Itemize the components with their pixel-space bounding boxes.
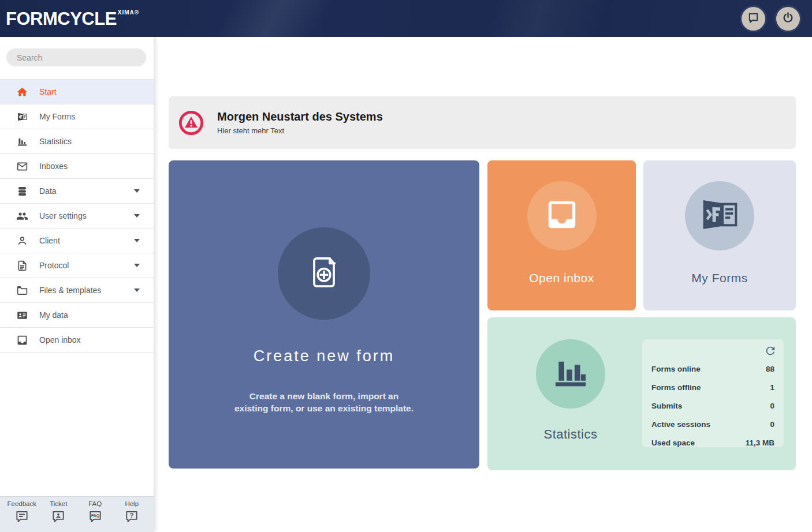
main-content: Morgen Neustart des Systems Hier steht m… (154, 37, 812, 532)
card-title: Statistics (501, 427, 640, 442)
card-description: Create a new blank form, import an exist… (232, 391, 416, 415)
sidebar-item-client[interactable]: Client (0, 228, 154, 253)
create-new-form-card[interactable]: Create new form Create a new blank form,… (169, 160, 479, 469)
footer-item-faq[interactable]: FAQ FAQ (78, 500, 113, 526)
sidebar-item-statistics[interactable]: Statistics (0, 129, 154, 154)
warning-icon (178, 110, 204, 136)
power-icon (781, 11, 795, 27)
bar-chart-icon (552, 354, 590, 394)
right-card-column: Open inbox (487, 160, 796, 470)
formcycle-logo: FORMCYCLEXIMA® (6, 10, 139, 28)
footer-label: Help (125, 500, 139, 507)
alert-body: Morgen Neustart des Systems Hier steht m… (217, 110, 383, 135)
footer-item-help[interactable]: Help ? (114, 500, 149, 526)
sidebar-item-my-data[interactable]: My data (0, 303, 154, 328)
card-title: Create new form (254, 347, 395, 365)
sidebar-menu: Start My Forms (0, 79, 154, 353)
svg-text:?: ? (130, 512, 134, 519)
bar-chart-icon (16, 136, 28, 148)
stat-value: 1 (770, 383, 774, 392)
sidebar-item-user-settings[interactable]: User settings (0, 204, 154, 228)
inbox-icon-circle (527, 181, 597, 250)
folder-icon (16, 284, 28, 297)
stat-value: 0 (770, 420, 774, 429)
database-icon (16, 185, 28, 197)
sidebar-item-label: Data (39, 186, 134, 196)
sidebar-item-my-forms[interactable]: My Forms (0, 104, 154, 129)
stat-row: Active sessions 0 (651, 415, 774, 433)
chevron-down-icon (134, 239, 140, 242)
stat-row: Submits 0 (651, 396, 774, 415)
formcycle-app: FORMCYCLEXIMA® (0, 0, 812, 532)
footer-label: Feedback (7, 500, 36, 507)
dashboard-cards: Create new form Create a new blank form,… (169, 160, 796, 470)
sidebar-item-files-templates[interactable]: Files & templates (0, 278, 154, 303)
search-wrap (6, 48, 146, 66)
feedback-bubble-icon (747, 11, 760, 27)
svg-text:FAQ: FAQ (91, 514, 100, 518)
inbox-icon (16, 334, 28, 346)
logo-superscript: XIMA® (118, 9, 139, 16)
footer-label: FAQ (88, 500, 102, 507)
help-bubble-icon: ? (124, 509, 139, 526)
person-icon (16, 235, 28, 247)
sidebar-item-label: Client (39, 236, 134, 245)
stat-row: Used space 11,3 MB (651, 433, 774, 452)
my-forms-icon-circle (685, 181, 754, 250)
envelope-icon (16, 160, 28, 173)
statistics-card[interactable]: Statistics Forms online 88 (487, 317, 796, 470)
sidebar-item-protocol[interactable]: Protocol (0, 253, 154, 278)
feedback-button[interactable] (742, 7, 765, 31)
sidebar-item-label: My Forms (39, 112, 140, 121)
chevron-down-icon (134, 289, 140, 292)
stat-label: Forms offline (651, 383, 701, 392)
logo-text: FORMCYCLE (6, 9, 117, 29)
faq-bubble-icon: FAQ (88, 509, 103, 526)
document-icon (16, 260, 28, 272)
sidebar-item-label: Statistics (39, 137, 140, 146)
stat-label: Forms online (651, 365, 701, 373)
sidebar-footer: Feedback Ticket (0, 496, 154, 532)
create-form-icon-circle (278, 227, 370, 320)
stat-value: 88 (766, 365, 774, 373)
search-input[interactable] (6, 48, 146, 66)
sidebar-item-label: Files & templates (39, 286, 134, 295)
stat-value: 11,3 MB (746, 439, 774, 447)
statistics-icon-circle (536, 339, 605, 409)
home-icon (16, 86, 28, 98)
my-forms-card[interactable]: My Forms (643, 160, 796, 310)
feedback-bubble-icon (14, 509, 29, 526)
top-navbar: FORMCYCLEXIMA® (0, 0, 812, 37)
logout-button[interactable] (776, 7, 800, 31)
sidebar: Start My Forms (0, 37, 154, 532)
footer-label: Ticket (50, 500, 67, 507)
alert-text: Hier steht mehr Text (217, 126, 383, 135)
card-row: Open inbox (487, 160, 796, 310)
sidebar-item-data[interactable]: Data (0, 179, 154, 204)
sidebar-item-start[interactable]: Start (0, 80, 154, 104)
chevron-down-icon (134, 189, 140, 193)
refresh-icon[interactable] (764, 344, 777, 357)
card-title: Open inbox (529, 271, 594, 285)
formcycle-icon (696, 192, 743, 240)
stat-label: Active sessions (651, 420, 710, 429)
stat-value: 0 (770, 402, 774, 410)
stat-row: Forms offline 1 (651, 378, 774, 396)
sidebar-item-label: Start (39, 87, 140, 96)
formcycle-icon (16, 111, 28, 123)
sidebar-item-open-inbox[interactable]: Open inbox (0, 328, 154, 353)
navbar-actions (742, 7, 800, 31)
card-title: My Forms (691, 271, 747, 285)
footer-item-feedback[interactable]: Feedback (5, 500, 39, 526)
sidebar-item-inboxes[interactable]: Inboxes (0, 154, 154, 179)
sidebar-item-label: Open inbox (39, 335, 140, 344)
stat-label: Submits (651, 402, 682, 410)
chevron-down-icon (134, 264, 140, 267)
users-icon (16, 210, 28, 222)
stat-row: Forms online 88 (651, 359, 774, 378)
system-alert-banner: Morgen Neustart des Systems Hier steht m… (169, 96, 796, 149)
open-inbox-card[interactable]: Open inbox (487, 160, 636, 310)
alert-title: Morgen Neustart des Systems (217, 110, 383, 123)
sidebar-item-label: User settings (39, 211, 134, 220)
footer-item-ticket[interactable]: Ticket (41, 500, 76, 526)
